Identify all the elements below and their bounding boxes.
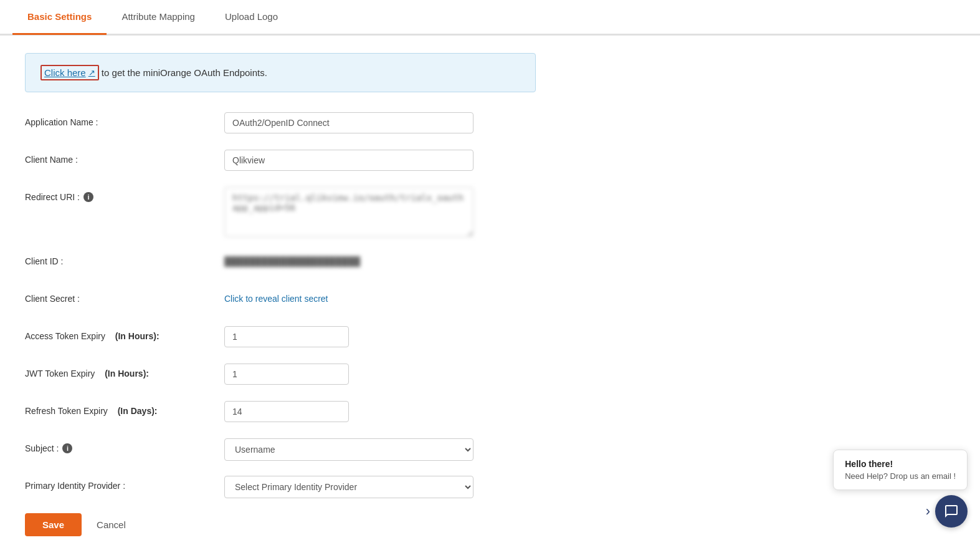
subject-row: Subject : i Username Email Phone bbox=[25, 438, 536, 463]
client-secret-link-wrapper: Click to reveal client secret bbox=[224, 289, 473, 304]
chat-widget: Hello there! Need Help? Drop us an email… bbox=[833, 450, 968, 528]
redirect-uri-textarea[interactable]: https://trial.qlikview.io/oauth/trialx_o… bbox=[224, 187, 473, 237]
info-banner: Click here ↗ to get the miniOrange OAuth… bbox=[25, 53, 536, 92]
redirect-uri-info-icon[interactable]: i bbox=[83, 192, 93, 202]
tab-basic-settings[interactable]: Basic Settings bbox=[12, 0, 107, 35]
chat-row: › bbox=[926, 495, 968, 528]
banner-rest-text: to get the miniOrange OAuth Endpoints. bbox=[102, 67, 267, 78]
save-button[interactable]: Save bbox=[25, 513, 82, 536]
access-token-expiry-row: Access Token Expiry (In Hours): bbox=[25, 326, 536, 351]
access-token-expiry-label: Access Token Expiry (In Hours): bbox=[25, 326, 224, 341]
primary-idp-select[interactable]: Select Primary Identity Provider bbox=[224, 476, 473, 498]
chat-open-button[interactable] bbox=[935, 495, 968, 528]
subject-select[interactable]: Username Email Phone bbox=[224, 438, 473, 461]
subject-label: Subject : i bbox=[25, 438, 224, 453]
external-link-icon: ↗ bbox=[88, 68, 95, 77]
refresh-token-expiry-input[interactable] bbox=[224, 401, 349, 422]
application-name-row: Application Name : bbox=[25, 112, 536, 137]
redirect-uri-input-wrapper: https://trial.qlikview.io/oauth/trialx_o… bbox=[224, 187, 473, 239]
application-name-input-wrapper bbox=[224, 112, 473, 133]
client-id-row: Client ID : ██████████████████████ bbox=[25, 251, 536, 276]
chat-bubble-text: Need Help? Drop us an email ! bbox=[845, 471, 956, 481]
form-actions: Save Cancel bbox=[25, 513, 536, 536]
subject-select-wrapper: Username Email Phone bbox=[224, 438, 473, 461]
primary-idp-label: Primary Identity Provider : bbox=[25, 476, 224, 491]
redirect-uri-label: Redirect URI : i bbox=[25, 187, 224, 202]
jwt-token-expiry-label: JWT Token Expiry (In Hours): bbox=[25, 364, 224, 378]
cancel-button[interactable]: Cancel bbox=[92, 513, 131, 536]
tab-upload-logo[interactable]: Upload Logo bbox=[210, 0, 293, 35]
primary-idp-select-wrapper: Select Primary Identity Provider bbox=[224, 476, 473, 498]
application-name-label: Application Name : bbox=[25, 112, 224, 127]
application-name-input[interactable] bbox=[224, 112, 473, 133]
chat-arrow-icon[interactable]: › bbox=[926, 503, 930, 519]
chat-bubble-title: Hello there! bbox=[845, 459, 956, 469]
client-secret-row: Client Secret : Click to reveal client s… bbox=[25, 289, 536, 314]
click-here-link[interactable]: Click here ↗ bbox=[40, 65, 99, 80]
main-content: Click here ↗ to get the miniOrange OAuth… bbox=[0, 36, 561, 540]
redirect-uri-row: Redirect URI : i https://trial.qlikview.… bbox=[25, 187, 536, 239]
access-token-expiry-input[interactable] bbox=[224, 326, 349, 347]
primary-idp-row: Primary Identity Provider : Select Prima… bbox=[25, 476, 536, 501]
subject-info-icon[interactable]: i bbox=[62, 443, 72, 453]
jwt-token-expiry-input[interactable] bbox=[224, 364, 349, 385]
chat-icon bbox=[944, 504, 959, 519]
tabs-nav: Basic Settings Attribute Mapping Upload … bbox=[0, 0, 980, 35]
jwt-token-expiry-input-wrapper bbox=[224, 364, 349, 385]
refresh-token-expiry-input-wrapper bbox=[224, 401, 349, 422]
reveal-client-secret-link[interactable]: Click to reveal client secret bbox=[224, 289, 328, 304]
jwt-token-expiry-row: JWT Token Expiry (In Hours): bbox=[25, 364, 536, 388]
refresh-token-expiry-row: Refresh Token Expiry (In Days): bbox=[25, 401, 536, 426]
tab-attribute-mapping[interactable]: Attribute Mapping bbox=[107, 0, 210, 35]
access-token-expiry-input-wrapper bbox=[224, 326, 349, 347]
client-id-label: Client ID : bbox=[25, 251, 224, 266]
chat-bubble: Hello there! Need Help? Drop us an email… bbox=[833, 450, 968, 490]
client-name-input[interactable] bbox=[224, 150, 473, 171]
client-secret-label: Client Secret : bbox=[25, 289, 224, 304]
refresh-token-expiry-label: Refresh Token Expiry (In Days): bbox=[25, 401, 224, 416]
client-id-value-wrapper: ██████████████████████ bbox=[224, 251, 473, 266]
client-name-label: Client Name : bbox=[25, 150, 224, 165]
client-id-value: ██████████████████████ bbox=[224, 251, 360, 266]
client-name-row: Client Name : bbox=[25, 150, 536, 175]
client-name-input-wrapper bbox=[224, 150, 473, 171]
click-here-text: Click here bbox=[44, 67, 86, 78]
